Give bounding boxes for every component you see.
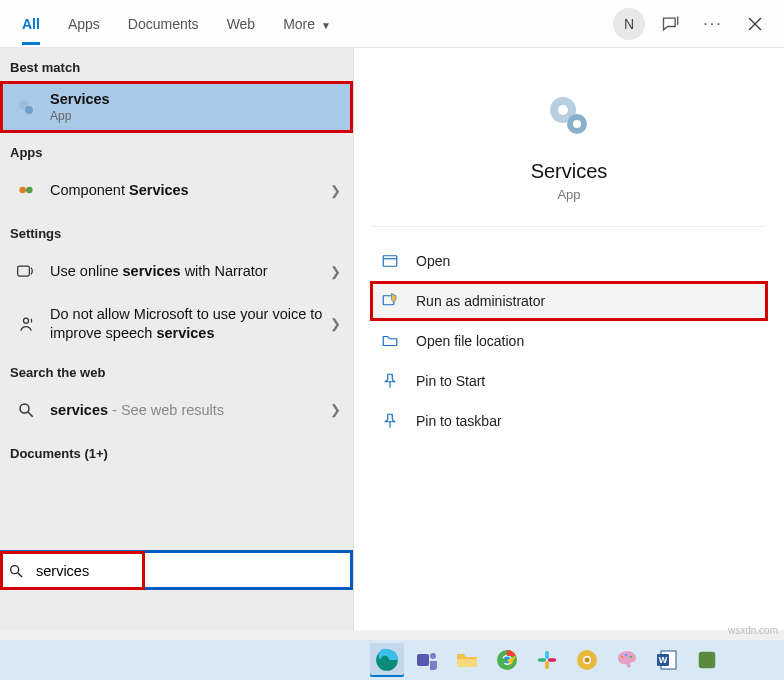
svg-rect-28 [538,658,546,662]
taskbar-paint-icon[interactable] [610,643,644,677]
open-icon [378,249,402,273]
svg-point-13 [558,105,568,115]
action-pin-taskbar[interactable]: Pin to taskbar [354,401,784,441]
voice-icon [12,310,40,338]
result-use-online-services[interactable]: Use online services with Narrator ❯ [0,247,353,295]
result-title: services - See web results [50,402,330,418]
taskbar-slack-icon[interactable] [530,643,564,677]
section-apps: Apps [0,133,353,166]
pin-icon [378,409,402,433]
tab-more[interactable]: More ▼ [269,4,345,44]
tabs-bar: All Apps Documents Web More ▼ N ··· [0,0,784,48]
detail-title: Services [531,160,608,183]
avatar[interactable]: N [612,7,646,41]
action-open[interactable]: Open [354,241,784,281]
gear-icon [12,93,40,121]
action-label: Open file location [416,333,524,349]
result-title: Component Services [50,182,330,198]
shield-icon [378,289,402,313]
tab-more-label: More [283,16,315,32]
svg-point-3 [25,106,33,114]
svg-point-35 [625,654,628,657]
section-best-match: Best match [0,48,353,81]
search-icon [12,396,40,424]
tab-all[interactable]: All [8,4,54,44]
chevron-right-icon: ❯ [330,402,341,417]
section-settings: Settings [0,214,353,247]
svg-text:W: W [659,655,668,665]
chevron-right-icon: ❯ [330,316,341,331]
gear-icon [541,88,597,144]
svg-point-22 [430,653,436,659]
close-icon[interactable] [738,7,772,41]
folder-icon [378,329,402,353]
result-title: Services [50,91,341,107]
action-run-admin[interactable]: Run as administrator [370,281,768,321]
svg-rect-23 [457,659,477,667]
result-subtitle: App [50,109,341,123]
svg-point-33 [585,658,590,663]
svg-rect-30 [548,658,556,662]
action-open-location[interactable]: Open file location [354,321,784,361]
search-input[interactable] [32,551,353,590]
detail-header: Services App [354,48,784,226]
svg-rect-6 [18,266,30,276]
section-search-web: Search the web [0,353,353,386]
results-pane: Best match Services App Apps Component S… [0,48,353,630]
avatar-initial: N [613,8,645,40]
tab-web[interactable]: Web [213,4,270,44]
watermark: wsxdn.com [728,625,778,636]
taskbar-app-icon[interactable] [690,643,724,677]
section-documents: Documents (1+) [0,434,353,467]
result-component-services[interactable]: Component Services ❯ [0,166,353,214]
svg-point-34 [621,656,624,659]
taskbar-chrome-icon[interactable] [490,643,524,677]
pin-icon [378,369,402,393]
taskbar-chrome-canary-icon[interactable] [570,643,604,677]
svg-rect-40 [699,652,716,669]
svg-rect-29 [545,661,549,669]
detail-subtitle: App [557,187,580,202]
svg-rect-21 [417,654,429,666]
svg-line-11 [18,573,22,577]
result-best-match-services[interactable]: Services App [0,81,353,133]
component-icon [12,176,40,204]
svg-rect-16 [383,256,397,267]
taskbar-word-icon[interactable]: W [650,643,684,677]
more-options-icon[interactable]: ··· [696,7,730,41]
taskbar: W [0,640,784,680]
svg-point-4 [19,187,26,194]
result-title: Do not allow Microsoft to use your voice… [50,305,330,343]
action-pin-start[interactable]: Pin to Start [354,361,784,401]
tab-documents[interactable]: Documents [114,4,213,44]
taskbar-teams-icon[interactable] [410,643,444,677]
chevron-right-icon: ❯ [330,264,341,279]
taskbar-edge-icon[interactable] [370,643,404,677]
action-label: Run as administrator [416,293,545,309]
svg-rect-27 [545,651,549,659]
result-title: Use online services with Narrator [50,263,330,279]
narrator-icon [12,257,40,285]
svg-point-15 [573,120,581,128]
feedback-icon[interactable] [654,7,688,41]
taskbar-explorer-icon[interactable] [450,643,484,677]
search-icon [0,563,32,579]
svg-point-7 [24,318,29,323]
chevron-down-icon: ▼ [321,20,331,31]
tab-apps[interactable]: Apps [54,4,114,44]
action-list: Open Run as administrator Open file loca… [354,233,784,449]
action-label: Pin to taskbar [416,413,502,429]
svg-point-10 [11,565,19,573]
svg-point-36 [630,656,633,659]
svg-point-8 [20,404,29,413]
svg-point-5 [26,187,33,194]
action-label: Open [416,253,450,269]
search-bar [0,550,353,590]
svg-line-9 [28,412,33,417]
chevron-right-icon: ❯ [330,183,341,198]
result-web-services[interactable]: services - See web results ❯ [0,386,353,434]
result-do-not-allow-voice[interactable]: Do not allow Microsoft to use your voice… [0,295,353,353]
main-area: Best match Services App Apps Component S… [0,48,784,630]
action-label: Pin to Start [416,373,485,389]
detail-pane: Services App Open Run as administrator O… [353,48,784,630]
